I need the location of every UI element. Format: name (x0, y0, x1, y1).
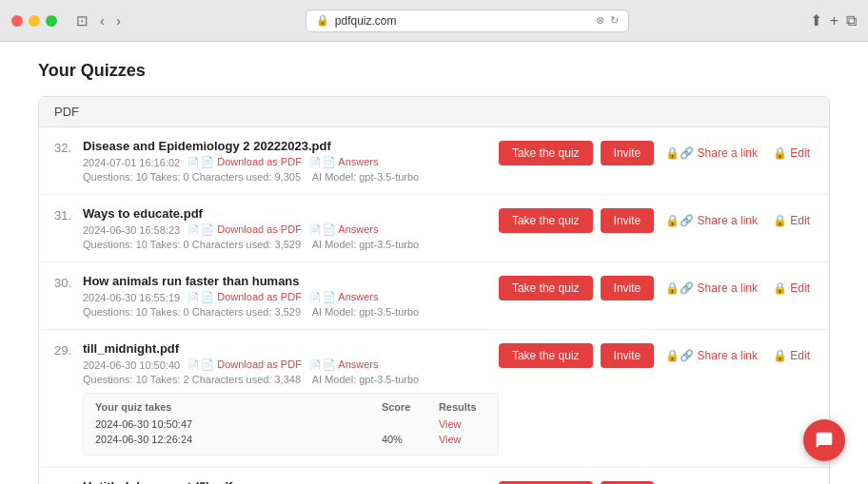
close-button[interactable] (11, 15, 23, 27)
take-score: 40% (382, 434, 439, 445)
quizzes-section: PDF 32. Disease and Epidemiology 2 20222… (38, 96, 830, 484)
back-button[interactable]: ‹ (96, 10, 108, 31)
address-bar[interactable]: 🔒 pdfquiz.com ⊗ ↻ (306, 10, 629, 32)
quiz-info: Ways to educate.pdf 2024-06-30 16:58:23 … (83, 206, 499, 250)
address-bar-container: 🔒 pdfquiz.com ⊗ ↻ (132, 10, 802, 32)
quiz-meta-line: 2024-07-01 16:16:02 📄 Download as PDF 📄 … (83, 156, 499, 168)
edit-button[interactable]: 🔒 Edit (769, 276, 814, 300)
invite-button[interactable]: Invite (601, 141, 655, 165)
quiz-info: Disease and Epidemiology 2 20222023.pdf … (83, 139, 499, 183)
edit-button[interactable]: 🔒 Edit (769, 343, 814, 368)
row-number: 28. (54, 479, 83, 484)
edit-button[interactable]: 🔒 Edit (769, 141, 814, 165)
page-content: Your Quizzes PDF 32. Disease and Epidemi… (0, 42, 868, 484)
quiz-name: Disease and Epidemiology 2 20222023.pdf (83, 139, 499, 153)
lock-icon: 🔒 (316, 14, 329, 27)
takes-col-date: Your quiz takes (95, 401, 382, 413)
row-number: 31. (54, 206, 83, 223)
answers-link[interactable]: 📄 Answers (309, 156, 379, 168)
share-link-button[interactable]: 🔒🔗 Share a link (661, 141, 761, 165)
forward-button[interactable]: › (112, 10, 125, 31)
share-browser-button[interactable]: ⬆ (810, 11, 822, 29)
quiz-row: 28. Untitled document (2).pdf 2024-06-29… (39, 468, 829, 484)
quiz-actions: Take the quiz Invite 🔒🔗 Share a link 🔒 E… (499, 341, 814, 368)
quiz-info: Untitled document (2).pdf 2024-06-29 17:… (83, 479, 499, 484)
row-number: 32. (54, 139, 83, 155)
page-title: Your Quizzes (38, 61, 830, 81)
quiz-takes-table: Your quiz takes Score Results 2024-06-30… (83, 393, 499, 455)
quiz-row: 31. Ways to educate.pdf 2024-06-30 16:58… (39, 195, 829, 262)
share-link-button[interactable]: 🔒🔗 Share a link (661, 276, 761, 300)
take-view-link[interactable]: View (439, 434, 486, 445)
invite-button[interactable]: Invite (601, 276, 655, 300)
quiz-actions: Take the quiz Invite 🔒🔗 Share a link 🔒 E… (499, 206, 814, 233)
takes-col-results: Results (439, 401, 486, 413)
quiz-list: 32. Disease and Epidemiology 2 20222023.… (39, 127, 829, 484)
download-pdf-link[interactable]: 📄 Download as PDF (187, 358, 302, 371)
take-score (382, 418, 439, 430)
url-text: pdfquiz.com (335, 14, 397, 28)
take-row: 2024-06-30 12:26:24 40% View (95, 432, 486, 447)
quiz-meta-line: 2024-06-30 16:55:19 📄 Download as PDF 📄 … (83, 291, 499, 303)
section-header: PDF (39, 97, 829, 127)
quiz-info: How animals run faster than humans 2024-… (83, 274, 499, 318)
refresh-icon[interactable]: ↻ (610, 14, 619, 27)
download-pdf-link[interactable]: 📄 Download as PDF (187, 156, 302, 168)
answers-link[interactable]: 📄 Answers (309, 223, 379, 236)
take-date: 2024-06-30 10:50:47 (95, 418, 382, 430)
quiz-info: till_midnight.pdf 2024-06-30 10:50:40 📄 … (83, 341, 499, 455)
tabs-button[interactable]: ⧉ (846, 11, 857, 29)
take-quiz-button[interactable]: Take the quiz (499, 208, 593, 233)
quiz-meta-line: 2024-06-30 10:50:40 📄 Download as PDF 📄 … (83, 358, 499, 371)
quiz-stats: Questions: 10 Takes: 0 Characters used: … (83, 239, 499, 250)
minimize-button[interactable] (29, 15, 40, 27)
takes-header: Your quiz takes Score Results (95, 401, 486, 413)
download-pdf-link[interactable]: 📄 Download as PDF (187, 223, 302, 236)
maximize-button[interactable] (46, 15, 57, 27)
browser-nav-controls: ⊡ ‹ › (72, 10, 125, 31)
quiz-meta-line: 2024-06-30 16:58:23 📄 Download as PDF 📄 … (83, 223, 499, 236)
take-quiz-button[interactable]: Take the quiz (499, 276, 593, 300)
quiz-name: Ways to educate.pdf (83, 206, 499, 221)
take-date: 2024-06-30 12:26:24 (95, 434, 382, 445)
take-row: 2024-06-30 10:50:47 View (95, 416, 486, 432)
quiz-date: 2024-06-30 10:50:40 (83, 359, 180, 371)
row-number: 30. (54, 274, 83, 290)
share-link-button[interactable]: 🔒🔗 Share a link (661, 208, 761, 233)
edit-button[interactable]: 🔒 Edit (769, 208, 814, 233)
quiz-actions: Take the quiz Invite 🔒🔗 Share a link 🔒 E… (499, 139, 814, 165)
answers-link[interactable]: 📄 Answers (309, 291, 379, 303)
invite-button[interactable]: Invite (601, 208, 655, 233)
quiz-name: How animals run faster than humans (83, 274, 499, 288)
quiz-row: 32. Disease and Epidemiology 2 20222023.… (39, 127, 829, 195)
quiz-stats: Questions: 10 Takes: 2 Characters used: … (83, 374, 499, 385)
take-quiz-button[interactable]: Take the quiz (499, 343, 593, 368)
quiz-stats: Questions: 10 Takes: 0 Characters used: … (83, 171, 499, 183)
browser-actions: ⬆ + ⧉ (810, 11, 857, 29)
answers-link[interactable]: 📄 Answers (309, 358, 379, 371)
quiz-date: 2024-07-01 16:16:02 (83, 157, 180, 168)
quiz-actions: Take the quiz Invite 🔒🔗 Share a link 🔒 E… (499, 274, 814, 300)
quiz-row: 29. till_midnight.pdf 2024-06-30 10:50:4… (39, 330, 829, 468)
invite-button[interactable]: Invite (601, 343, 655, 368)
take-quiz-button[interactable]: Take the quiz (499, 141, 593, 165)
quiz-date: 2024-06-30 16:58:23 (83, 224, 180, 236)
take-view-link[interactable]: View (439, 418, 486, 430)
quiz-actions: Take the quiz Invite 🔒🔗 Share a link 🔒 E… (499, 479, 814, 484)
quiz-name: till_midnight.pdf (83, 341, 499, 356)
chat-fab-button[interactable] (803, 419, 845, 461)
traffic-lights (11, 15, 57, 27)
download-pdf-link[interactable]: 📄 Download as PDF (187, 291, 302, 303)
quiz-row: 30. How animals run faster than humans 2… (39, 262, 829, 330)
share-link-button[interactable]: 🔒🔗 Share a link (661, 343, 761, 368)
quiz-name: Untitled document (2).pdf (83, 479, 499, 484)
search-icon: ⊗ (596, 14, 604, 27)
quiz-stats: Questions: 10 Takes: 0 Characters used: … (83, 306, 499, 318)
new-tab-button[interactable]: + (830, 11, 838, 29)
row-number: 29. (54, 341, 83, 358)
browser-chrome: ⊡ ‹ › 🔒 pdfquiz.com ⊗ ↻ ⬆ + ⧉ (0, 0, 868, 42)
quiz-date: 2024-06-30 16:55:19 (83, 292, 180, 303)
takes-col-score: Score (382, 401, 439, 413)
sidebar-toggle-button[interactable]: ⊡ (72, 10, 92, 31)
chat-icon (815, 431, 834, 450)
